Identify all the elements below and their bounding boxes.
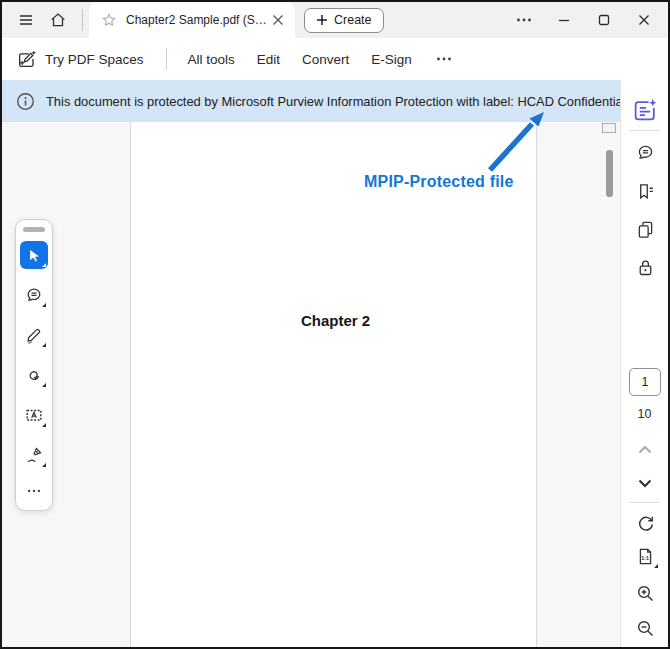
draw-loop-icon — [24, 365, 44, 385]
tab-bar: Chapter2 Sample.pdf (S… Create — [2, 2, 668, 38]
plus-icon — [316, 14, 328, 26]
page-down-icon[interactable] — [631, 469, 659, 497]
drag-handle[interactable] — [23, 227, 45, 232]
current-page: 1 — [642, 375, 649, 389]
hamburger-menu-icon[interactable] — [12, 6, 40, 34]
convert-button[interactable]: Convert — [291, 44, 360, 74]
protection-lock-icon[interactable] — [631, 253, 659, 281]
text-box-tool-button[interactable] — [20, 401, 48, 429]
close-tab-icon[interactable] — [267, 9, 289, 31]
esign-button[interactable]: E-Sign — [360, 44, 423, 74]
pdf-spaces-icon — [16, 49, 37, 70]
page-up-icon[interactable] — [631, 436, 659, 464]
highlighter-icon — [24, 325, 44, 345]
highlight-tool-button[interactable] — [20, 321, 48, 349]
close-window-icon[interactable] — [624, 4, 664, 36]
more-tools-icon[interactable] — [20, 481, 48, 501]
document-tab[interactable]: Chapter2 Sample.pdf (S… — [89, 2, 295, 38]
total-pages: 10 — [621, 407, 668, 421]
create-button[interactable]: Create — [304, 8, 384, 33]
rotate-icon[interactable] — [631, 509, 659, 537]
scrollbar-thumb[interactable] — [606, 150, 613, 197]
text-box-icon — [24, 405, 44, 425]
zoom-in-icon[interactable] — [631, 579, 659, 607]
acrobat-window: Chapter2 Sample.pdf (S… Create — [0, 0, 670, 649]
edit-button[interactable]: Edit — [246, 44, 291, 74]
document-viewport[interactable]: Chapter 2 MPIP-Protected file — [2, 122, 620, 647]
right-sidebar: 1 10 1:1 — [620, 80, 668, 647]
try-pdf-spaces-label: Try PDF Spaces — [45, 52, 144, 67]
create-button-label: Create — [334, 13, 372, 27]
info-icon — [16, 92, 35, 111]
minimize-icon[interactable] — [544, 4, 584, 36]
all-tools-button[interactable]: All tools — [177, 44, 246, 74]
comments-panel-icon[interactable] — [631, 138, 659, 166]
fit-page-icon[interactable]: 1:1 — [631, 542, 659, 570]
divider — [166, 48, 167, 70]
divider — [82, 9, 83, 31]
bookmarks-panel-icon[interactable] — [631, 177, 659, 205]
divider — [629, 502, 660, 503]
tab-title: Chapter2 Sample.pdf (S… — [126, 13, 267, 27]
comment-tool-button[interactable] — [20, 281, 48, 309]
maximize-icon[interactable] — [584, 4, 624, 36]
home-icon[interactable] — [44, 6, 72, 34]
more-options-icon[interactable] — [504, 4, 544, 36]
page-number-input[interactable]: 1 — [629, 368, 661, 396]
divider — [629, 130, 660, 131]
pdf-page: Chapter 2 — [130, 122, 537, 647]
toolbar-more-icon[interactable] — [427, 44, 461, 74]
comment-icon — [24, 285, 44, 305]
ai-assistant-icon[interactable] — [631, 96, 659, 124]
fill-sign-tool-button[interactable] — [20, 441, 48, 469]
scrollbar-top-button[interactable] — [602, 123, 616, 133]
quick-tools-toolbar — [15, 219, 53, 511]
fit-page-label: 1:1 — [641, 554, 649, 560]
signature-pen-icon — [24, 445, 44, 465]
zoom-out-icon[interactable] — [631, 614, 659, 642]
select-tool-button[interactable] — [20, 241, 48, 269]
cursor-icon — [27, 248, 42, 263]
chapter-heading: Chapter 2 — [301, 312, 370, 329]
page-thumbnails-icon[interactable] — [631, 215, 659, 243]
main-toolbar: Try PDF Spaces All tools Edit Convert E-… — [2, 38, 620, 80]
star-icon[interactable] — [101, 12, 117, 28]
annotation-arrow — [470, 100, 560, 180]
try-pdf-spaces-button[interactable]: Try PDF Spaces — [16, 49, 144, 70]
draw-tool-button[interactable] — [20, 361, 48, 389]
